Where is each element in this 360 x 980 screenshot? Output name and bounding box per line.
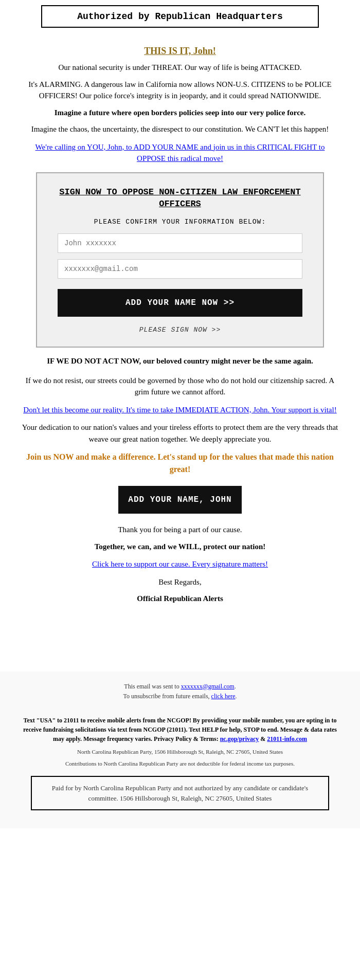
paid-text: Paid for by North Carolina Republican Pa… [52,784,308,802]
para4: If we do not resist, our streets could b… [21,375,339,398]
privacy-link[interactable]: nc.gop/privacy [220,735,259,742]
headline: THIS IS IT, John! [21,46,339,57]
terms-link[interactable]: 21011-info.com [267,735,307,742]
add-name-button[interactable]: ADD YOUR NAME, JOHN [118,486,242,514]
orange-text: Join us NOW and make a difference. Let's… [21,451,339,476]
alert-bold: IF WE DO NOT ACT NOW, our beloved countr… [21,355,339,367]
click-link[interactable]: Click here to support our cause. Every s… [21,558,339,570]
unsubscribe-text: To unsubscribe from future emails, [123,693,211,700]
call-link[interactable]: We're calling on YOU, John, to ADD YOUR … [21,141,339,165]
footer: This email was sent to xxxxxxx@gmail.com… [0,672,360,829]
name-input[interactable] [58,233,302,253]
form-subtitle: PLEASE CONFIRM YOUR INFORMATION BELOW: [58,218,302,226]
submit-button[interactable]: ADD YOUR NAME NOW >> [58,289,302,317]
terms-amp: & [259,735,267,742]
sent-to-email[interactable]: xxxxxxx@gmail.com [181,683,235,690]
form-title: SIGN NOW TO OPPOSE NON-CITIZEN LAW ENFOR… [58,186,302,211]
thank-you: Thank you for being a part of our cause. [21,524,339,536]
para2: It's ALARMING. A dangerous law in Califo… [21,79,339,102]
form-box: SIGN NOW TO OPPOSE NON-CITIZEN LAW ENFOR… [36,172,324,348]
contributions: Contributions to North Carolina Republic… [21,759,339,769]
authorized-text: Authorized by Republican Headquarters [77,11,283,22]
paid-box: Paid for by North Carolina Republican Pa… [31,776,329,810]
para3: Imagine the chaos, the uncertainty, the … [21,123,339,135]
official: Official Republican Alerts [21,593,339,605]
sent-to-line: This email was sent to xxxxxxx@gmail.com… [21,682,339,692]
action-link[interactable]: Don't let this become our reality. It's … [21,404,339,416]
para1: Our national security is under THREAT. O… [21,62,339,74]
unsubscribe-link[interactable]: click here [211,693,236,700]
together: Together, we can, and we WILL, protect o… [21,541,339,553]
sent-to-text: This email was sent to [124,683,181,690]
header-box: Authorized by Republican Headquarters [41,5,319,28]
bold-para: Imagine a future where open borders poli… [21,107,339,119]
email-input[interactable] [58,259,302,279]
address: North Carolina Republican Party, 1506 Hi… [21,748,339,757]
please-sign: PLEASE SIGN NOW >> [58,326,302,334]
sms-text: Text "USA" to 21011 to receive mobile al… [21,716,339,743]
para5: Your dedication to our nation's values a… [21,422,339,445]
best-regards: Best Regards, [21,576,339,588]
unsubscribe-line: To unsubscribe from future emails, click… [21,692,339,701]
